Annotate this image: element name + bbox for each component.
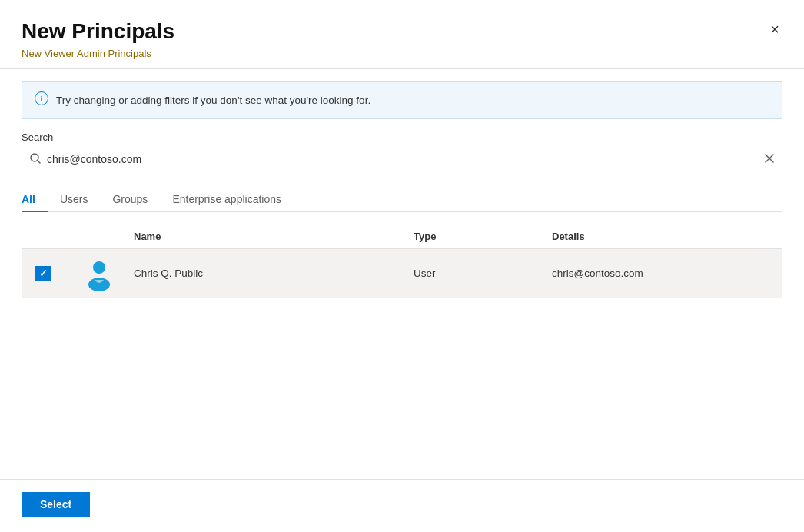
user-avatar-cell xyxy=(65,257,134,291)
checkbox-checked-icon[interactable] xyxy=(35,266,51,281)
info-icon: i xyxy=(35,91,48,109)
tab-groups[interactable]: Groups xyxy=(100,187,160,211)
search-input[interactable] xyxy=(47,153,759,165)
col-header-details: Details xyxy=(552,231,782,242)
tab-users[interactable]: Users xyxy=(48,187,101,211)
dialog-header: New Principals New Viewer Admin Principa… xyxy=(22,18,782,59)
tab-enterprise-applications[interactable]: Enterprise applications xyxy=(160,187,294,211)
col-header-type: Type xyxy=(414,231,552,242)
dialog-title: New Principals xyxy=(22,18,174,45)
header-divider xyxy=(0,68,804,69)
select-button[interactable]: Select xyxy=(22,492,90,517)
dialog-subtitle: New Viewer Admin Principals xyxy=(22,48,174,59)
dialog: New Principals New Viewer Admin Principa… xyxy=(0,0,804,532)
row-type: User xyxy=(414,268,552,279)
col-header-name: Name xyxy=(134,231,414,242)
search-icon xyxy=(30,153,41,166)
col-header-checkbox xyxy=(22,231,65,242)
row-name: Chris Q. Public xyxy=(134,268,414,279)
svg-point-6 xyxy=(93,261,105,274)
svg-point-7 xyxy=(88,278,110,291)
svg-line-3 xyxy=(38,161,40,163)
tabs-bar: All Users Groups Enterprise applications xyxy=(22,187,782,212)
svg-text:i: i xyxy=(40,94,42,103)
title-block: New Principals New Viewer Admin Principa… xyxy=(22,18,174,59)
results-table: Name Type Details xyxy=(22,224,782,298)
search-label: Search xyxy=(22,131,782,143)
row-checkbox[interactable] xyxy=(22,266,65,281)
footer-divider xyxy=(0,479,804,480)
close-button[interactable]: × xyxy=(767,18,782,40)
row-details: chris@contoso.com xyxy=(552,268,782,279)
search-box xyxy=(22,148,782,171)
table-row[interactable]: Chris Q. Public User chris@contoso.com xyxy=(22,249,782,298)
clear-search-button[interactable] xyxy=(765,153,774,165)
tab-all[interactable]: All xyxy=(22,187,48,211)
footer: Select xyxy=(22,479,782,517)
col-header-avatar xyxy=(65,231,134,242)
table-header: Name Type Details xyxy=(22,224,782,249)
info-banner-text: Try changing or adding filters if you do… xyxy=(56,95,370,106)
avatar xyxy=(82,257,116,291)
info-banner: i Try changing or adding filters if you … xyxy=(22,81,782,119)
